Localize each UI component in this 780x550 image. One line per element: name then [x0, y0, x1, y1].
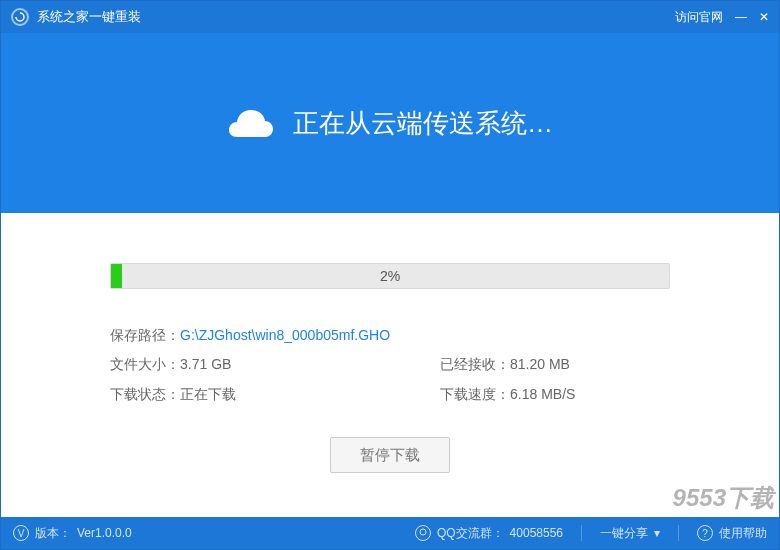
qq-label: QQ交流群： [437, 525, 504, 542]
titlebar: 系统之家一键重装 访问官网 — ✕ [1, 1, 779, 33]
version-info: V 版本：Ver1.0.0.0 [13, 525, 132, 542]
statusbar: V 版本：Ver1.0.0.0 QQ交流群：40058556 一键分享 ▾ ? … [1, 517, 779, 549]
app-window: 系统之家一键重装 访问官网 — ✕ 正在从云端传送系统… 2% 保存路径：G:\… [0, 0, 780, 550]
pause-download-button[interactable]: 暂停下载 [330, 437, 450, 473]
titlebar-controls: 访问官网 — ✕ [675, 9, 769, 26]
received-label: 已经接收： [440, 356, 510, 372]
save-path-label: 保存路径： [110, 327, 180, 343]
help-icon: ? [697, 525, 713, 541]
content-area: 2% 保存路径：G:\ZJGhost\win8_000b05mf.GHO 文件大… [1, 213, 779, 517]
app-logo-icon [11, 8, 29, 26]
save-path-value: G:\ZJGhost\win8_000b05mf.GHO [180, 327, 390, 343]
share-link[interactable]: 一键分享 ▾ [600, 525, 660, 542]
received-value: 81.20 MB [510, 356, 570, 372]
progress-bar: 2% [110, 263, 670, 289]
share-label: 一键分享 [600, 525, 648, 542]
file-size-value: 3.71 GB [180, 356, 231, 372]
minimize-button[interactable]: — [735, 10, 747, 24]
qq-group-link[interactable]: QQ交流群：40058556 [415, 525, 563, 542]
qq-icon [415, 525, 431, 541]
qq-value: 40058556 [510, 526, 563, 540]
close-button[interactable]: ✕ [759, 10, 769, 24]
cloud-icon [227, 107, 275, 139]
download-info: 保存路径：G:\ZJGhost\win8_000b05mf.GHO 文件大小：3… [110, 321, 670, 409]
progress-percent: 2% [111, 264, 669, 288]
app-title: 系统之家一键重装 [37, 8, 141, 26]
file-size-label: 文件大小： [110, 356, 180, 372]
help-link[interactable]: ? 使用帮助 [697, 525, 767, 542]
hero-message: 正在从云端传送系统… [293, 106, 553, 141]
version-label: 版本： [35, 525, 71, 542]
chevron-down-icon: ▾ [654, 526, 660, 540]
separator [581, 525, 582, 541]
download-speed-value: 6.18 MB/S [510, 386, 575, 402]
hero-banner: 正在从云端传送系统… [1, 33, 779, 213]
visit-site-link[interactable]: 访问官网 [675, 9, 723, 26]
download-status-value: 正在下载 [180, 386, 236, 402]
version-value: Ver1.0.0.0 [77, 526, 132, 540]
help-label: 使用帮助 [719, 525, 767, 542]
separator [678, 525, 679, 541]
download-speed-label: 下载速度： [440, 386, 510, 402]
version-icon: V [13, 525, 29, 541]
download-status-label: 下载状态： [110, 386, 180, 402]
svg-point-0 [420, 529, 426, 535]
